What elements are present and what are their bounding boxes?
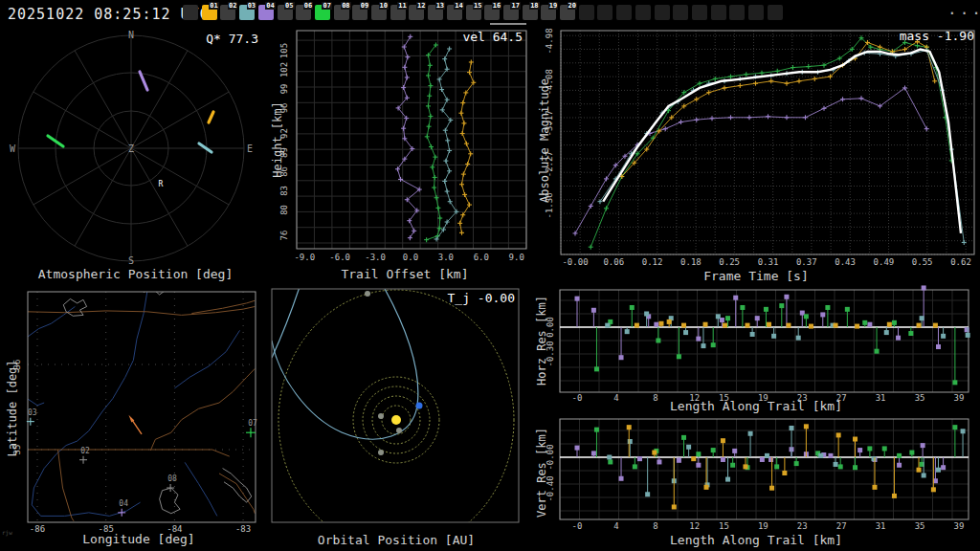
station-box-02[interactable]: 02 [220,5,235,20]
svg-text:8: 8 [653,521,657,531]
station-box-14[interactable]: 14 [447,5,462,20]
metro-outline [160,488,181,514]
svg-text:04: 04 [119,499,128,508]
svg-text:0.62: 0.62 [950,257,971,267]
jupiter-orbit [278,290,514,526]
station-box-10[interactable]: 10 [371,5,387,20]
residual-point [730,463,735,468]
residual-point [834,462,838,467]
residual-point [794,461,799,466]
meteoroid-orbit-path [272,287,300,358]
station-box-number: 15 [473,2,482,10]
overflow-menu[interactable]: ... [947,0,980,18]
residual-point [771,334,776,339]
station-box-blank [616,5,632,20]
residual-point [779,303,784,308]
station-box-20[interactable]: 20 [560,5,575,20]
svg-text:0.0: 0.0 [403,253,418,262]
river [27,306,75,337]
station-box-13[interactable]: 13 [428,5,443,20]
residual-point [637,456,642,461]
svg-text:105: 105 [279,43,289,58]
residual-point [672,504,677,509]
svg-text:0.06: 0.06 [603,257,624,267]
tisserand-value: T_j -0.00 [381,291,515,305]
residual-point [711,342,716,347]
residual-point [743,464,747,469]
residual-point [721,457,725,462]
zenith-label: Z [128,143,134,154]
station-box-blank [597,5,612,20]
residual-point [774,464,779,469]
station-box-03[interactable]: 03 [239,5,255,20]
station-box-blank [729,5,745,20]
residual-point [804,314,809,319]
residual-point [594,366,599,371]
orbital-position-plot [271,285,522,526]
residual-point [896,336,901,341]
series-station-07 [589,35,954,249]
svg-text:0.37: 0.37 [796,257,817,267]
residual-point [790,426,794,430]
residual-point [769,486,774,491]
residual-point [594,428,599,432]
residual-point [630,305,635,310]
height-ylabel: Height [km] [271,101,284,177]
plot-frame [28,292,256,522]
station-box-16[interactable]: 16 [484,5,500,20]
length-along-trail-xlabel-bottom: Length Along Trail [km] [532,533,980,547]
svg-text:03: 03 [28,408,37,417]
map-features [27,285,255,521]
residual-point [897,453,902,458]
station-box-number: 07 [322,2,331,10]
station-box-15[interactable]: 15 [466,5,481,20]
series-station-04 [575,285,969,360]
station-box-08[interactable]: 08 [334,5,349,20]
residual-point [725,477,730,482]
station-box-06[interactable]: 06 [296,5,311,20]
residual-point [858,448,862,452]
station-box-11[interactable]: 11 [390,5,406,20]
station-box-04[interactable]: 04 [258,5,274,20]
residual-point [667,320,672,324]
planet-dot [365,291,370,297]
station-box-07[interactable]: 07 [315,5,330,20]
state-border [58,450,74,521]
residual-point [575,446,580,451]
residual-point [887,322,892,327]
residual-point [657,459,661,464]
station-box-number: 08 [341,2,350,10]
residual-point [871,456,876,461]
svg-text:0.49: 0.49 [874,257,895,267]
residual-point [825,305,830,310]
station-box-01[interactable]: 01 [202,5,217,20]
svg-text:9.0: 9.0 [509,253,524,262]
station-box-12[interactable]: 12 [409,5,424,20]
trail-offset-xlabel: Trail Offset [km] [271,267,539,281]
station-box-17[interactable]: 17 [503,5,519,20]
station-box-18[interactable]: 18 [523,5,538,20]
residual-point [892,320,897,325]
residual-point [683,330,688,335]
station-box-05[interactable]: 05 [278,5,293,20]
station-box-blank [711,5,726,20]
residual-point [635,323,639,328]
residual-point [882,446,887,451]
station-box-number: 17 [510,2,520,10]
station-box-blank [748,5,764,20]
series-station-03 [598,48,967,245]
station-box-number: 11 [397,2,407,10]
header-underline [490,23,526,25]
grid [561,31,974,254]
svg-text:0.31: 0.31 [758,257,779,267]
residual-point [591,451,596,455]
residual-point [716,314,721,319]
residual-point [952,380,957,385]
residual-point [809,324,813,329]
station-box-09[interactable]: 09 [352,5,368,20]
compass-south-label: S [128,255,134,266]
residual-point [691,456,696,461]
residual-point [704,485,709,490]
svg-text:0.25: 0.25 [719,257,740,267]
station-box-19[interactable]: 19 [541,5,556,20]
